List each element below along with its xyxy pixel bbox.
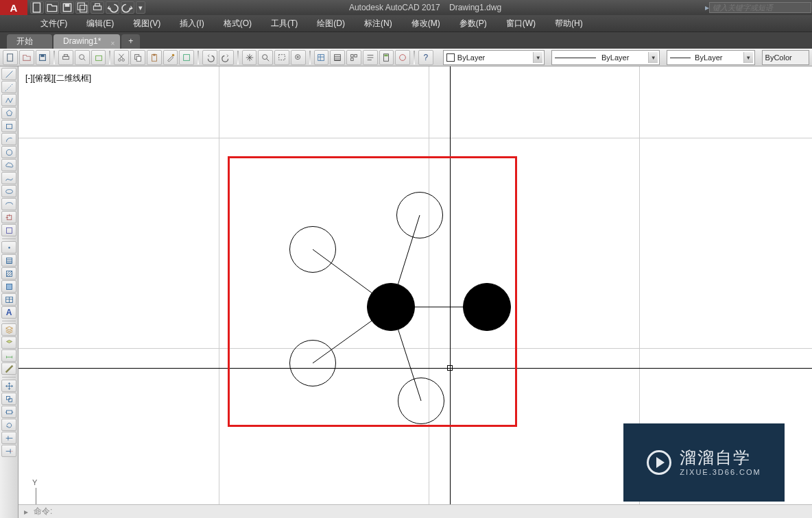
app-logo[interactable]: A xyxy=(0,0,27,15)
insert-tool[interactable] xyxy=(1,211,16,223)
copy-tool[interactable] xyxy=(1,393,16,405)
menu-edit[interactable]: 编辑(E) xyxy=(77,15,123,32)
tb-tool-icon[interactable] xyxy=(346,50,361,65)
viewport-label[interactable]: [-][俯视][二维线框] xyxy=(24,72,93,85)
ellipsearc-tool[interactable] xyxy=(1,198,16,210)
separator xyxy=(198,51,199,64)
tab-start[interactable]: 开始 xyxy=(7,34,52,49)
stretch-tool[interactable] xyxy=(1,406,16,418)
menu-insert[interactable]: 插入(I) xyxy=(170,15,213,32)
trim-tool[interactable] xyxy=(1,432,16,444)
cmd-input[interactable] xyxy=(55,507,812,517)
menu-modify[interactable]: 修改(M) xyxy=(402,15,450,32)
menu-dimension[interactable]: 标注(N) xyxy=(355,15,402,32)
qat-save-icon[interactable] xyxy=(60,1,74,14)
revcloud-tool[interactable] xyxy=(1,159,16,171)
tb-zoom-icon[interactable] xyxy=(258,50,273,65)
tb-preview-icon[interactable] xyxy=(75,50,90,65)
cmd-chevron-icon[interactable]: ▸ xyxy=(19,507,34,517)
tb-undo-icon[interactable] xyxy=(202,50,217,65)
polygon-tool[interactable] xyxy=(1,107,16,119)
grid-line xyxy=(219,66,219,518)
svg-point-35 xyxy=(5,189,12,193)
qat-redo-icon[interactable] xyxy=(121,1,134,14)
tab-drawing[interactable]: Drawing1*× xyxy=(53,34,120,49)
region-tool[interactable] xyxy=(1,280,16,293)
svg-rect-27 xyxy=(351,55,354,58)
tb-paste-icon[interactable] xyxy=(147,50,162,65)
layer-tool[interactable] xyxy=(1,323,16,336)
svg-point-38 xyxy=(8,247,10,248)
menu-tools[interactable]: 工具(T) xyxy=(261,15,307,32)
tab-close-icon[interactable]: × xyxy=(111,36,115,51)
extend-tool[interactable] xyxy=(1,445,16,457)
table-tool[interactable] xyxy=(1,293,16,306)
tab-new[interactable]: + xyxy=(121,34,140,49)
block-tool[interactable] xyxy=(1,224,16,236)
tb-copy-icon[interactable] xyxy=(130,50,145,65)
pline-tool[interactable] xyxy=(1,94,16,106)
qat-print-icon[interactable] xyxy=(91,1,104,14)
menu-draw[interactable]: 绘图(D) xyxy=(307,15,355,32)
play-icon xyxy=(647,450,671,475)
hatch-tool[interactable] xyxy=(1,254,16,267)
menu-view[interactable]: 视图(V) xyxy=(123,15,170,32)
plotstyle-select[interactable]: ByColor xyxy=(762,50,809,65)
drawing-canvas[interactable]: [-][俯视][二维线框] .dline{display:none} xyxy=(19,66,812,518)
rotate-tool[interactable] xyxy=(1,419,16,431)
svg-rect-44 xyxy=(8,398,12,402)
linetype-select[interactable]: ByLayer ▼ xyxy=(551,50,660,65)
qat-open-icon[interactable] xyxy=(45,1,59,14)
tb-open-icon[interactable] xyxy=(19,50,34,65)
search-input[interactable] xyxy=(709,2,811,13)
layeriso-tool[interactable] xyxy=(1,336,16,349)
arc-tool[interactable] xyxy=(1,133,16,145)
tb-redo-icon[interactable] xyxy=(219,50,234,65)
tb-match-icon[interactable] xyxy=(163,50,178,65)
tb-publish-icon[interactable] xyxy=(91,50,106,65)
xline-tool[interactable] xyxy=(1,81,16,93)
menu-window[interactable]: 窗口(W) xyxy=(497,15,545,32)
layer-color-label: ByLayer xyxy=(457,53,485,62)
draw-toolbar: A xyxy=(0,66,19,518)
layer-color-select[interactable]: ByLayer ▼ xyxy=(443,50,545,65)
tb-prop-icon[interactable] xyxy=(314,50,329,65)
tb-calc-icon[interactable] xyxy=(379,50,394,65)
tb-zoomprev-icon[interactable] xyxy=(291,50,306,65)
mtext-tool[interactable]: A xyxy=(1,306,16,319)
file-tabs: 开始 Drawing1*× + xyxy=(0,32,812,49)
qat-undo-icon[interactable] xyxy=(106,1,119,14)
tb-block-icon[interactable] xyxy=(179,50,194,65)
tb-new-icon[interactable] xyxy=(3,50,18,65)
tb-save-icon[interactable] xyxy=(36,50,51,65)
ellipse-tool[interactable] xyxy=(1,185,16,197)
move-tool[interactable] xyxy=(1,380,16,392)
linetype-label: ByLayer xyxy=(601,53,629,62)
lineweight-select[interactable]: ByLayer ▼ xyxy=(667,50,755,65)
gradient-tool[interactable] xyxy=(1,267,16,280)
menu-param[interactable]: 参数(P) xyxy=(450,15,497,32)
rectangle-tool[interactable] xyxy=(1,120,16,132)
tb-mark-icon[interactable] xyxy=(395,50,410,65)
menu-file[interactable]: 文件(F) xyxy=(31,15,77,32)
tb-pan-icon[interactable] xyxy=(242,50,257,65)
tb-cut-icon[interactable] xyxy=(114,50,129,65)
spline-tool[interactable] xyxy=(1,172,16,184)
line-tool[interactable] xyxy=(1,68,16,80)
dim-tool[interactable] xyxy=(1,349,16,362)
tb-dc-icon[interactable] xyxy=(363,50,378,65)
tb-sheet-icon[interactable] xyxy=(330,50,345,65)
qat-saveas-icon[interactable] xyxy=(75,1,89,14)
tb-print-icon[interactable] xyxy=(58,50,73,65)
menu-help[interactable]: 帮助(H) xyxy=(545,15,593,32)
tb-zoomwin-icon[interactable] xyxy=(274,50,289,65)
command-line[interactable]: ▸ 命令: xyxy=(19,504,812,518)
menu-format[interactable]: 格式(O) xyxy=(214,15,261,32)
qat-dropdown-icon[interactable]: ▾ xyxy=(136,1,145,14)
tb-help-icon[interactable]: ? xyxy=(418,50,433,65)
qat-new-icon[interactable] xyxy=(30,1,44,14)
point-tool[interactable] xyxy=(1,241,16,254)
svg-rect-23 xyxy=(279,55,285,60)
circle-tool[interactable] xyxy=(1,146,16,158)
measure-tool[interactable] xyxy=(1,362,16,375)
